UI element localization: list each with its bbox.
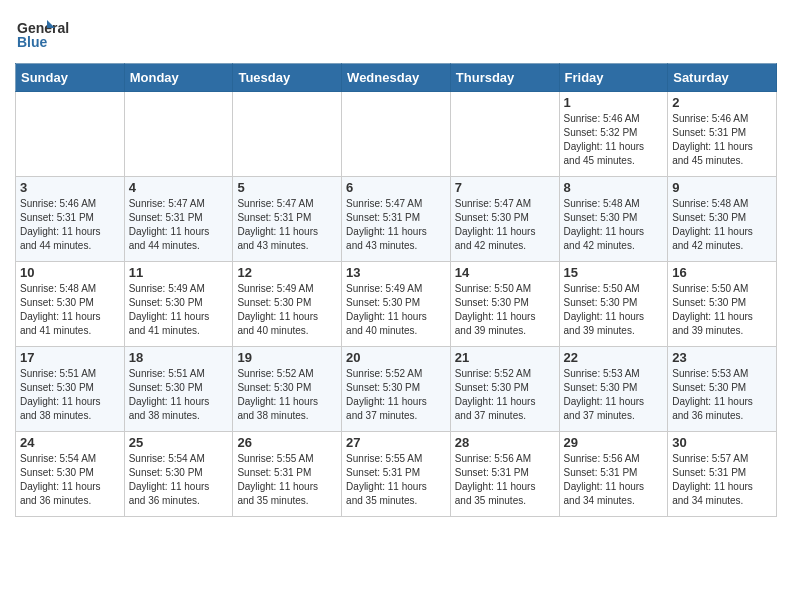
day-number: 24 xyxy=(20,435,120,450)
day-number: 4 xyxy=(129,180,229,195)
calendar-cell: 15Sunrise: 5:50 AM Sunset: 5:30 PM Dayli… xyxy=(559,262,668,347)
day-number: 23 xyxy=(672,350,772,365)
calendar-cell xyxy=(16,92,125,177)
day-info: Sunrise: 5:51 AM Sunset: 5:30 PM Dayligh… xyxy=(129,367,229,423)
calendar-cell: 17Sunrise: 5:51 AM Sunset: 5:30 PM Dayli… xyxy=(16,347,125,432)
weekday-header-tuesday: Tuesday xyxy=(233,64,342,92)
day-info: Sunrise: 5:54 AM Sunset: 5:30 PM Dayligh… xyxy=(129,452,229,508)
day-number: 14 xyxy=(455,265,555,280)
calendar-cell: 25Sunrise: 5:54 AM Sunset: 5:30 PM Dayli… xyxy=(124,432,233,517)
day-number: 30 xyxy=(672,435,772,450)
calendar-week-2: 3Sunrise: 5:46 AM Sunset: 5:31 PM Daylig… xyxy=(16,177,777,262)
day-number: 29 xyxy=(564,435,664,450)
day-info: Sunrise: 5:47 AM Sunset: 5:31 PM Dayligh… xyxy=(237,197,337,253)
day-info: Sunrise: 5:46 AM Sunset: 5:31 PM Dayligh… xyxy=(672,112,772,168)
day-number: 18 xyxy=(129,350,229,365)
day-number: 1 xyxy=(564,95,664,110)
calendar-cell: 20Sunrise: 5:52 AM Sunset: 5:30 PM Dayli… xyxy=(342,347,451,432)
day-number: 10 xyxy=(20,265,120,280)
weekday-header-monday: Monday xyxy=(124,64,233,92)
day-info: Sunrise: 5:57 AM Sunset: 5:31 PM Dayligh… xyxy=(672,452,772,508)
day-info: Sunrise: 5:53 AM Sunset: 5:30 PM Dayligh… xyxy=(564,367,664,423)
day-info: Sunrise: 5:49 AM Sunset: 5:30 PM Dayligh… xyxy=(346,282,446,338)
day-info: Sunrise: 5:55 AM Sunset: 5:31 PM Dayligh… xyxy=(237,452,337,508)
day-number: 21 xyxy=(455,350,555,365)
day-number: 13 xyxy=(346,265,446,280)
day-number: 28 xyxy=(455,435,555,450)
calendar-cell: 1Sunrise: 5:46 AM Sunset: 5:32 PM Daylig… xyxy=(559,92,668,177)
day-info: Sunrise: 5:46 AM Sunset: 5:32 PM Dayligh… xyxy=(564,112,664,168)
day-number: 19 xyxy=(237,350,337,365)
calendar-week-1: 1Sunrise: 5:46 AM Sunset: 5:32 PM Daylig… xyxy=(16,92,777,177)
calendar-cell: 8Sunrise: 5:48 AM Sunset: 5:30 PM Daylig… xyxy=(559,177,668,262)
day-info: Sunrise: 5:50 AM Sunset: 5:30 PM Dayligh… xyxy=(564,282,664,338)
day-number: 20 xyxy=(346,350,446,365)
calendar-cell: 10Sunrise: 5:48 AM Sunset: 5:30 PM Dayli… xyxy=(16,262,125,347)
calendar-cell: 29Sunrise: 5:56 AM Sunset: 5:31 PM Dayli… xyxy=(559,432,668,517)
weekday-header-sunday: Sunday xyxy=(16,64,125,92)
day-info: Sunrise: 5:55 AM Sunset: 5:31 PM Dayligh… xyxy=(346,452,446,508)
day-info: Sunrise: 5:49 AM Sunset: 5:30 PM Dayligh… xyxy=(237,282,337,338)
day-number: 6 xyxy=(346,180,446,195)
calendar-week-5: 24Sunrise: 5:54 AM Sunset: 5:30 PM Dayli… xyxy=(16,432,777,517)
calendar: SundayMondayTuesdayWednesdayThursdayFrid… xyxy=(15,63,777,517)
svg-text:Blue: Blue xyxy=(17,34,48,50)
calendar-cell: 22Sunrise: 5:53 AM Sunset: 5:30 PM Dayli… xyxy=(559,347,668,432)
day-info: Sunrise: 5:52 AM Sunset: 5:30 PM Dayligh… xyxy=(237,367,337,423)
day-info: Sunrise: 5:56 AM Sunset: 5:31 PM Dayligh… xyxy=(564,452,664,508)
calendar-cell: 19Sunrise: 5:52 AM Sunset: 5:30 PM Dayli… xyxy=(233,347,342,432)
logo: General Blue xyxy=(15,10,85,55)
day-info: Sunrise: 5:54 AM Sunset: 5:30 PM Dayligh… xyxy=(20,452,120,508)
day-number: 5 xyxy=(237,180,337,195)
day-info: Sunrise: 5:47 AM Sunset: 5:31 PM Dayligh… xyxy=(129,197,229,253)
day-info: Sunrise: 5:47 AM Sunset: 5:30 PM Dayligh… xyxy=(455,197,555,253)
day-number: 8 xyxy=(564,180,664,195)
calendar-cell: 9Sunrise: 5:48 AM Sunset: 5:30 PM Daylig… xyxy=(668,177,777,262)
calendar-cell: 14Sunrise: 5:50 AM Sunset: 5:30 PM Dayli… xyxy=(450,262,559,347)
calendar-cell: 13Sunrise: 5:49 AM Sunset: 5:30 PM Dayli… xyxy=(342,262,451,347)
day-info: Sunrise: 5:52 AM Sunset: 5:30 PM Dayligh… xyxy=(346,367,446,423)
calendar-cell: 4Sunrise: 5:47 AM Sunset: 5:31 PM Daylig… xyxy=(124,177,233,262)
day-info: Sunrise: 5:50 AM Sunset: 5:30 PM Dayligh… xyxy=(672,282,772,338)
day-number: 2 xyxy=(672,95,772,110)
calendar-cell: 16Sunrise: 5:50 AM Sunset: 5:30 PM Dayli… xyxy=(668,262,777,347)
calendar-cell: 7Sunrise: 5:47 AM Sunset: 5:30 PM Daylig… xyxy=(450,177,559,262)
day-info: Sunrise: 5:51 AM Sunset: 5:30 PM Dayligh… xyxy=(20,367,120,423)
day-info: Sunrise: 5:48 AM Sunset: 5:30 PM Dayligh… xyxy=(20,282,120,338)
weekday-header-saturday: Saturday xyxy=(668,64,777,92)
calendar-cell xyxy=(342,92,451,177)
day-number: 27 xyxy=(346,435,446,450)
day-number: 16 xyxy=(672,265,772,280)
calendar-cell: 27Sunrise: 5:55 AM Sunset: 5:31 PM Dayli… xyxy=(342,432,451,517)
day-info: Sunrise: 5:50 AM Sunset: 5:30 PM Dayligh… xyxy=(455,282,555,338)
day-info: Sunrise: 5:47 AM Sunset: 5:31 PM Dayligh… xyxy=(346,197,446,253)
day-number: 3 xyxy=(20,180,120,195)
weekday-header-wednesday: Wednesday xyxy=(342,64,451,92)
calendar-cell xyxy=(124,92,233,177)
day-number: 15 xyxy=(564,265,664,280)
calendar-week-3: 10Sunrise: 5:48 AM Sunset: 5:30 PM Dayli… xyxy=(16,262,777,347)
calendar-cell xyxy=(450,92,559,177)
day-info: Sunrise: 5:48 AM Sunset: 5:30 PM Dayligh… xyxy=(672,197,772,253)
weekday-header-thursday: Thursday xyxy=(450,64,559,92)
page: General Blue SundayMondayTuesdayWednesda… xyxy=(0,0,792,532)
calendar-cell: 21Sunrise: 5:52 AM Sunset: 5:30 PM Dayli… xyxy=(450,347,559,432)
calendar-cell: 5Sunrise: 5:47 AM Sunset: 5:31 PM Daylig… xyxy=(233,177,342,262)
calendar-cell: 12Sunrise: 5:49 AM Sunset: 5:30 PM Dayli… xyxy=(233,262,342,347)
day-number: 17 xyxy=(20,350,120,365)
calendar-cell: 18Sunrise: 5:51 AM Sunset: 5:30 PM Dayli… xyxy=(124,347,233,432)
weekday-header-friday: Friday xyxy=(559,64,668,92)
day-info: Sunrise: 5:53 AM Sunset: 5:30 PM Dayligh… xyxy=(672,367,772,423)
day-number: 9 xyxy=(672,180,772,195)
day-info: Sunrise: 5:52 AM Sunset: 5:30 PM Dayligh… xyxy=(455,367,555,423)
day-number: 25 xyxy=(129,435,229,450)
calendar-cell: 24Sunrise: 5:54 AM Sunset: 5:30 PM Dayli… xyxy=(16,432,125,517)
calendar-cell xyxy=(233,92,342,177)
calendar-cell: 30Sunrise: 5:57 AM Sunset: 5:31 PM Dayli… xyxy=(668,432,777,517)
calendar-cell: 11Sunrise: 5:49 AM Sunset: 5:30 PM Dayli… xyxy=(124,262,233,347)
calendar-week-4: 17Sunrise: 5:51 AM Sunset: 5:30 PM Dayli… xyxy=(16,347,777,432)
header: General Blue xyxy=(15,10,777,55)
calendar-cell: 23Sunrise: 5:53 AM Sunset: 5:30 PM Dayli… xyxy=(668,347,777,432)
day-info: Sunrise: 5:49 AM Sunset: 5:30 PM Dayligh… xyxy=(129,282,229,338)
day-number: 26 xyxy=(237,435,337,450)
